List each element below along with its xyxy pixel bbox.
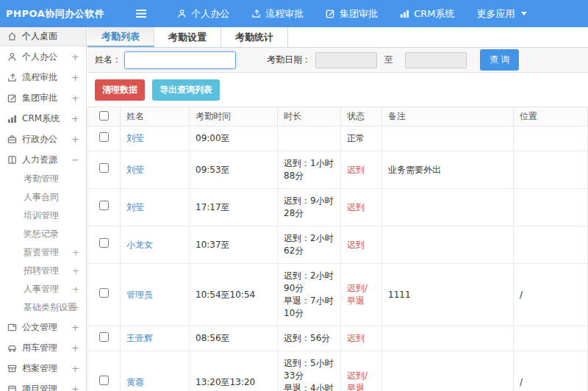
tab-考勤列表[interactable]: 考勤列表: [87, 27, 154, 47]
sidebar-item-集团审批[interactable]: 集团审批+: [0, 87, 86, 108]
expand-plus-icon[interactable]: +: [71, 384, 79, 391]
row-checkbox[interactable]: [99, 288, 109, 298]
sidebar-subitem-考勤管理[interactable]: 考勤管理: [0, 170, 86, 188]
sidebar-subitem-培训管理[interactable]: 培训管理: [0, 207, 86, 225]
row-checkbox[interactable]: [99, 201, 109, 210]
location: /: [514, 264, 588, 326]
employee-name-link[interactable]: 黄蓉: [126, 377, 144, 387]
note: [382, 326, 514, 351]
employee-name-link[interactable]: 刘莹: [126, 165, 144, 175]
column-header-姓名: 姓名: [121, 107, 190, 126]
select-all-checkbox[interactable]: [99, 111, 109, 121]
row-checkbox[interactable]: [99, 332, 109, 342]
expand-plus-icon[interactable]: +: [72, 248, 79, 258]
tab-考勤统计[interactable]: 考勤统计: [221, 27, 288, 47]
date-to-input[interactable]: [405, 52, 467, 68]
sidebar-subitem-人事合同[interactable]: 人事合同: [0, 188, 86, 207]
attendance-time: 09:53至: [190, 151, 278, 189]
duration: 迟到：1小时88分: [278, 151, 341, 189]
sidebar-item-公文管理[interactable]: 公文管理+: [0, 317, 86, 337]
clean-data-button[interactable]: 清理数据: [95, 79, 145, 101]
expand-plus-icon[interactable]: +: [71, 51, 79, 62]
attendance-time: 17:17至: [190, 189, 278, 226]
expand-plus-icon[interactable]: +: [71, 93, 79, 104]
sidebar-subitem-基础类别设置[interactable]: 基础类别设置+: [0, 298, 86, 317]
search-button[interactable]: 查 询: [480, 49, 519, 71]
expand-plus-icon[interactable]: +: [71, 113, 79, 124]
employee-name-link[interactable]: 刘莹: [126, 202, 144, 212]
expand-plus-icon[interactable]: +: [71, 322, 79, 333]
table-row: 黄蓉13:20至13:20迟到：5小时33分早退：4小时67分迟到/早退/: [88, 351, 588, 391]
tab-考勤设置[interactable]: 考勤设置: [154, 27, 221, 47]
expand-plus-icon[interactable]: +: [71, 134, 79, 145]
sidebar-item-CRM系统[interactable]: CRM系统+: [0, 108, 86, 129]
nav-item-5[interactable]: 更多应用: [466, 0, 538, 27]
expand-plus-icon[interactable]: +: [71, 363, 79, 374]
nav-item-3[interactable]: 集团审批: [315, 0, 389, 27]
row-checkbox[interactable]: [99, 238, 109, 248]
sidebar-subitem-人事管理[interactable]: 人事管理+: [0, 280, 86, 298]
expand-plus-icon[interactable]: +: [72, 266, 79, 276]
sidebar-item-个人桌面[interactable]: 个人桌面: [0, 27, 86, 46]
sidebar-subitem-label: 奖惩记录: [24, 228, 59, 240]
column-header-备注: 备注: [382, 107, 514, 126]
sidebar-subitem-奖惩记录[interactable]: 奖惩记录: [0, 225, 86, 243]
nav-item-2[interactable]: 流程审批: [240, 0, 315, 27]
sidebar-item-label: 用车管理: [22, 342, 57, 354]
note: [382, 126, 514, 151]
location: /: [514, 351, 588, 391]
location: [514, 151, 588, 189]
sidebar-item-行政办公[interactable]: 行政办公+: [0, 129, 86, 149]
status-badge: 迟到: [347, 202, 365, 212]
column-header-位置: 位置: [514, 107, 588, 126]
column-header-时长: 时长: [278, 107, 341, 126]
expand-plus-icon[interactable]: +: [71, 342, 79, 354]
document-icon: [7, 323, 17, 332]
sidebar-item-label: CRM系统: [22, 112, 60, 125]
status-badge: 迟到: [347, 333, 365, 343]
name-filter-input[interactable]: [124, 51, 236, 69]
export-list-button[interactable]: 导出查询列表: [152, 79, 220, 101]
expand-plus-icon[interactable]: +: [71, 72, 79, 83]
sidebar-item-label: 项目管理: [22, 383, 57, 391]
collapse-minus-icon[interactable]: −: [71, 154, 79, 165]
sidebar-subitem-薪资管理[interactable]: 薪资管理+: [0, 243, 86, 262]
sidebar-subitem-label: 人事管理: [24, 283, 59, 295]
employee-name-link[interactable]: 王壹辉: [126, 333, 153, 343]
nav-item-4[interactable]: CRM系统: [389, 0, 465, 27]
sidebar-subitem-招聘管理[interactable]: 招聘管理+: [0, 262, 86, 280]
employee-name-link[interactable]: 小龙女: [126, 240, 153, 250]
row-checkbox[interactable]: [99, 163, 109, 173]
app-logo[interactable]: PHPOA协同办公软件: [0, 7, 104, 21]
sidebar-item-人力资源[interactable]: 人力资源−: [0, 149, 86, 170]
sidebar-item-项目管理[interactable]: 项目管理+: [0, 379, 86, 391]
sidebar-item-档案管理[interactable]: 档案管理+: [0, 358, 86, 379]
sidebar-subitem-label: 培训管理: [24, 209, 59, 222]
status-badge: 迟到/早退: [347, 283, 368, 306]
car-icon: [7, 343, 17, 353]
home-icon: [7, 32, 17, 41]
sidebar-item-个人办公[interactable]: 个人办公+: [0, 46, 86, 67]
location: [514, 326, 588, 351]
employee-name-link[interactable]: 刘莹: [126, 133, 144, 143]
duration: 迟到：2小时90分早退：7小时10分: [278, 264, 341, 326]
nav-item-1[interactable]: 个人办公: [166, 0, 240, 27]
table-row: 王壹辉08:56至迟到：56分迟到: [88, 326, 588, 351]
attendance-table: 姓名考勤时间时长状态备注位置 刘莹09:00至正常刘莹09:53至迟到：1小时8…: [87, 107, 588, 391]
menu-toggle-button[interactable]: [135, 9, 147, 18]
date-from-input[interactable]: [315, 52, 377, 68]
row-checkbox[interactable]: [99, 132, 109, 142]
row-checkbox[interactable]: [99, 376, 109, 385]
sidebar-subitem-label: 招聘管理: [24, 265, 59, 277]
table-header-row: 姓名考勤时间时长状态备注位置: [88, 107, 588, 126]
table-row: 刘莹09:53至迟到：1小时88分迟到业务需要外出: [88, 151, 588, 189]
expand-plus-icon[interactable]: +: [72, 284, 79, 295]
employee-name-link[interactable]: 管理员: [126, 290, 153, 300]
sidebar-item-流程审批[interactable]: 流程审批+: [0, 67, 86, 87]
sidebar-subitem-label: 薪资管理: [24, 246, 59, 259]
attendance-tabs: 考勤列表考勤设置考勤统计: [87, 27, 588, 48]
attendance-time: 10:37至: [190, 226, 278, 264]
sidebar-item-用车管理[interactable]: 用车管理+: [0, 337, 86, 358]
top-navbar: PHPOA协同办公软件 个人办公流程审批集团审批CRM系统更多应用: [0, 0, 588, 27]
expand-plus-icon[interactable]: +: [72, 303, 79, 313]
